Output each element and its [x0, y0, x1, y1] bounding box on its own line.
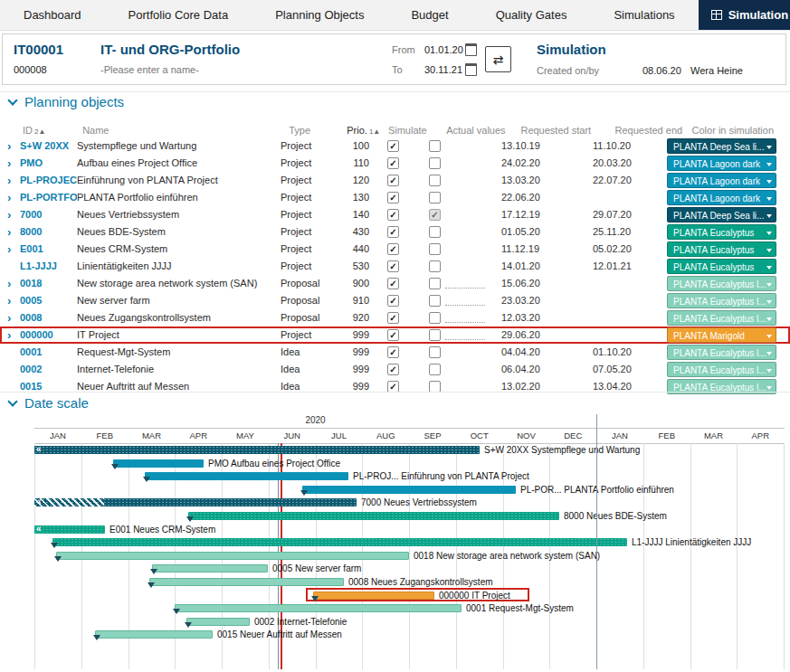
- gantt-bar[interactable]: [313, 592, 434, 600]
- simulate-checkbox[interactable]: ✓: [387, 346, 399, 358]
- table-row[interactable]: ›S+W 20XXSystempflege und WartungProject…: [0, 137, 790, 155]
- actual-values-checkbox[interactable]: [429, 295, 441, 307]
- date-scale-section-header[interactable]: Date scale: [9, 395, 89, 411]
- calendar-icon[interactable]: [465, 43, 477, 56]
- color-in-simulation-select[interactable]: PLANTA Lagoon dark: [667, 190, 776, 205]
- simulate-checkbox[interactable]: ✓: [387, 209, 399, 221]
- simulate-checkbox[interactable]: ✓: [387, 278, 399, 289]
- gantt-bar[interactable]: [152, 564, 268, 573]
- gantt-bar[interactable]: [95, 630, 213, 639]
- gantt-bar[interactable]: [149, 578, 344, 586]
- refresh-button[interactable]: ⇄: [485, 46, 511, 72]
- gantt-bar[interactable]: «: [34, 446, 480, 454]
- actual-values-checkbox[interactable]: [429, 157, 441, 169]
- table-row[interactable]: ›0005New server farmProposal910✓23.03.20…: [0, 292, 790, 309]
- color-in-simulation-select[interactable]: PLANTA Marigold: [667, 327, 776, 343]
- gantt-bar[interactable]: [56, 552, 409, 560]
- simulate-checkbox[interactable]: ✓: [387, 175, 399, 186]
- table-row[interactable]: ›8000Neues BDE-SystemProject430✓01.05.20…: [0, 223, 790, 241]
- color-in-simulation-select[interactable]: PLANTA Eucalyptus: [667, 224, 776, 240]
- gantt-bar[interactable]: «: [34, 498, 357, 506]
- collapse-icon[interactable]: [7, 95, 17, 105]
- color-in-simulation-select[interactable]: PLANTA Eucalyptus: [667, 241, 776, 257]
- nav-tab-simulations[interactable]: Simulations: [590, 0, 698, 30]
- expand-icon[interactable]: ›: [5, 206, 20, 223]
- color-in-simulation-select[interactable]: PLANTA Lagoon dark: [667, 173, 776, 188]
- to-date-field[interactable]: 30.11.21: [424, 64, 462, 75]
- table-row[interactable]: ›000000IT ProjectProject999✓29.06.20PLAN…: [0, 327, 790, 344]
- gantt-bar[interactable]: [113, 459, 204, 468]
- expand-icon[interactable]: ›: [5, 155, 20, 172]
- gantt-bar[interactable]: [175, 604, 462, 612]
- table-row[interactable]: 0001Request-Mgt-SystemIdea999✓04.04.2001…: [0, 344, 790, 361]
- expand-icon[interactable]: ›: [5, 172, 20, 189]
- color-in-simulation-select[interactable]: PLANTA Deep Sea li...: [667, 138, 776, 154]
- expand-icon[interactable]: ›: [5, 241, 20, 258]
- color-in-simulation-select[interactable]: PLANTA Deep Sea li...: [667, 207, 776, 222]
- expand-icon[interactable]: ›: [5, 327, 20, 344]
- actual-values-checkbox[interactable]: ✓: [429, 209, 441, 221]
- expand-icon[interactable]: ›: [5, 137, 20, 155]
- color-in-simulation-select[interactable]: PLANTA Eucalyptus: [667, 259, 776, 274]
- table-row[interactable]: L1-JJJJLinientätigkeiten JJJJProject530✓…: [0, 258, 790, 275]
- table-row[interactable]: ›PL-PROJECTEinführung von PLANTA Project…: [0, 172, 790, 189]
- table-row[interactable]: 0002Internet-TelefonieIdea999✓06.04.2007…: [0, 361, 790, 378]
- gantt-bar[interactable]: «: [34, 525, 105, 534]
- empty-date-field[interactable]: [445, 277, 485, 289]
- collapse-icon[interactable]: [7, 396, 17, 406]
- color-in-simulation-select[interactable]: PLANTA Lagoon dark: [667, 156, 776, 171]
- actual-values-checkbox[interactable]: [429, 312, 441, 324]
- table-row[interactable]: ›0008Neues ZugangskontrollsystemProposal…: [0, 309, 790, 327]
- actual-values-checkbox[interactable]: [429, 329, 441, 341]
- actual-values-checkbox[interactable]: [429, 243, 441, 255]
- actual-values-checkbox[interactable]: [429, 226, 441, 238]
- simulate-checkbox[interactable]: ✓: [387, 260, 399, 272]
- gantt-bar[interactable]: [302, 486, 516, 494]
- gantt-bar[interactable]: [186, 618, 250, 626]
- actual-values-checkbox[interactable]: [429, 192, 441, 203]
- simulate-checkbox[interactable]: ✓: [387, 157, 399, 169]
- expand-icon[interactable]: ›: [5, 223, 20, 241]
- actual-values-checkbox[interactable]: [429, 175, 441, 186]
- table-row[interactable]: 0015Neuer Auftritt auf MessenIdea999✓13.…: [0, 378, 790, 395]
- calendar-icon[interactable]: [465, 63, 477, 76]
- actual-values-checkbox[interactable]: [429, 140, 441, 152]
- planning-objects-section-header[interactable]: Planning objects: [9, 94, 124, 109]
- simulate-checkbox[interactable]: ✓: [387, 364, 399, 375]
- expand-icon[interactable]: ›: [5, 275, 20, 292]
- color-in-simulation-select[interactable]: PLANTA Eucalyptus l...: [667, 362, 776, 377]
- simulate-checkbox[interactable]: ✓: [387, 192, 399, 203]
- nav-tab-quality-gates[interactable]: Quality Gates: [472, 0, 591, 30]
- simulate-checkbox[interactable]: ✓: [387, 312, 399, 324]
- gantt-bar[interactable]: [145, 472, 348, 480]
- expand-icon[interactable]: ›: [5, 309, 20, 327]
- actual-values-checkbox[interactable]: [429, 278, 441, 289]
- simulate-checkbox[interactable]: ✓: [387, 226, 399, 238]
- gantt-bar[interactable]: [188, 512, 559, 520]
- empty-date-field[interactable]: [445, 311, 485, 323]
- color-in-simulation-select[interactable]: PLANTA Eucalyptus l...: [667, 310, 776, 326]
- expand-icon[interactable]: ›: [5, 292, 20, 309]
- simulate-checkbox[interactable]: ✓: [387, 140, 399, 152]
- empty-date-field[interactable]: [445, 328, 485, 340]
- gantt-bar[interactable]: [52, 538, 627, 546]
- simulate-checkbox[interactable]: ✓: [387, 329, 399, 341]
- actual-values-checkbox[interactable]: [429, 260, 441, 272]
- table-row[interactable]: ›7000Neues VertriebssystemProject140✓✓17…: [0, 206, 790, 223]
- from-date-field[interactable]: 01.01.20: [424, 44, 463, 55]
- table-row[interactable]: ›E001Neues CRM-SystemProject440✓11.12.19…: [0, 241, 790, 258]
- actual-values-checkbox[interactable]: [429, 346, 441, 358]
- color-in-simulation-select[interactable]: PLANTA Eucalyptus l...: [667, 345, 776, 360]
- nav-tab-planning-objects[interactable]: Planning Objects: [252, 0, 387, 30]
- actual-values-checkbox[interactable]: [429, 364, 441, 375]
- nav-tab-dashboard[interactable]: Dashboard: [0, 0, 105, 30]
- table-row[interactable]: ›PMOAufbau eines Project OfficeProject11…: [0, 155, 790, 172]
- table-row[interactable]: ›0018New storage area network system (SA…: [0, 275, 790, 292]
- nav-tab-budget[interactable]: Budget: [387, 0, 471, 30]
- simulate-checkbox[interactable]: ✓: [387, 243, 399, 255]
- nav-tab-portfolio-core-data[interactable]: Portfolio Core Data: [105, 0, 252, 30]
- color-in-simulation-select[interactable]: PLANTA Eucalyptus l...: [667, 293, 776, 308]
- expand-icon[interactable]: ›: [5, 189, 20, 206]
- empty-date-field[interactable]: [445, 294, 485, 306]
- table-row[interactable]: ›PL-PORTFO...PLANTA Portfolio einführenP…: [0, 189, 790, 206]
